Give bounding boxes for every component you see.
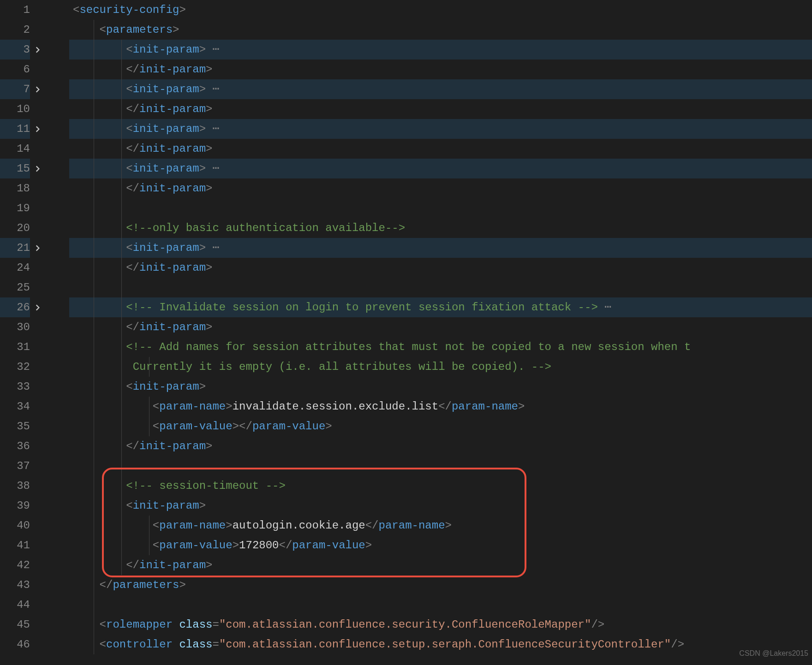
- fold-chevron-icon[interactable]: [31, 119, 44, 139]
- code-line[interactable]: <init-param> ⋯: [69, 40, 812, 59]
- gutter-row: 14: [0, 139, 30, 159]
- code-line[interactable]: <param-name>invalidate.session.exclude.l…: [69, 397, 812, 416]
- token-ellipsis: ⋯: [206, 83, 219, 95]
- code-line[interactable]: [69, 595, 812, 615]
- gutter-row: 24: [0, 258, 30, 278]
- token-punct: <: [153, 400, 159, 413]
- code-line[interactable]: <!-- Invalidate session on login to prev…: [69, 297, 812, 317]
- code-line[interactable]: <init-param>: [69, 377, 812, 397]
- token-text: [73, 400, 153, 413]
- code-line[interactable]: </init-param>: [69, 99, 812, 119]
- line-content: <param-value></param-value>: [73, 420, 332, 433]
- token-punct: >: [199, 43, 206, 56]
- gutter-row: 39: [0, 496, 30, 516]
- token-punct: =: [212, 638, 219, 651]
- token-punct: >: [206, 559, 212, 571]
- gutter-row: 30: [0, 317, 30, 337]
- token-text: invalidate.session.exclude.list: [233, 400, 438, 413]
- token-punct: ></: [233, 420, 252, 433]
- line-content: </init-param>: [73, 182, 212, 195]
- line-number: 43: [12, 575, 30, 595]
- line-number: 42: [12, 555, 30, 575]
- token-string: "com.atlassian.confluence.security.Confl…: [219, 618, 591, 631]
- code-editor[interactable]: 1236710111415181920212425263031323334353…: [0, 0, 812, 665]
- indent-guide: [121, 198, 122, 218]
- line-content: <param-name>autologin.cookie.age</param-…: [73, 519, 452, 532]
- token-comment: Currently it is empty (i.e. all attribut…: [133, 361, 551, 373]
- line-number: 39: [12, 496, 30, 516]
- gutter-row: 10: [0, 99, 30, 119]
- fold-chevron-icon[interactable]: [31, 159, 44, 178]
- code-line[interactable]: </init-param>: [69, 555, 812, 575]
- fold-chevron-icon[interactable]: [31, 40, 44, 59]
- gutter-row: 36: [0, 436, 30, 456]
- token-tag: init-param: [133, 43, 199, 56]
- code-line[interactable]: <init-param> ⋯: [69, 119, 812, 139]
- gutter-row: 25: [0, 278, 30, 297]
- code-line[interactable]: [69, 278, 812, 297]
- code-line[interactable]: <init-param> ⋯: [69, 238, 812, 258]
- code-line[interactable]: <init-param> ⋯: [69, 159, 812, 178]
- code-line[interactable]: <security-config>: [69, 0, 812, 20]
- token-tag: init-param: [139, 261, 206, 274]
- code-line[interactable]: Currently it is empty (i.e. all attribut…: [69, 357, 812, 377]
- code-line[interactable]: </init-param>: [69, 317, 812, 337]
- code-line[interactable]: <!--only basic authentication available-…: [69, 218, 812, 238]
- token-tag: param-value: [292, 539, 365, 552]
- token-text: [73, 43, 126, 56]
- indent-guide: [94, 456, 94, 476]
- line-number: 38: [12, 476, 30, 496]
- code-line[interactable]: <init-param> ⋯: [69, 79, 812, 99]
- code-line[interactable]: <rolemapper class="com.atlassian.conflue…: [69, 615, 812, 635]
- code-line[interactable]: [69, 198, 812, 218]
- token-tag: security-config: [79, 4, 179, 16]
- code-line[interactable]: <parameters>: [69, 20, 812, 40]
- line-number: 37: [12, 456, 30, 476]
- line-content: <init-param>: [73, 499, 206, 512]
- fold-chevron-icon[interactable]: [31, 238, 44, 258]
- gutter-row: 38: [0, 476, 30, 496]
- line-number: 6: [12, 59, 30, 79]
- token-punct: >: [179, 4, 185, 16]
- code-line[interactable]: [69, 456, 812, 476]
- code-line[interactable]: <param-value></param-value>: [69, 416, 812, 436]
- token-tag: controller: [106, 638, 179, 651]
- code-line[interactable]: <init-param>: [69, 496, 812, 516]
- fold-chevron-icon[interactable]: [31, 79, 44, 99]
- token-punct: >: [226, 519, 232, 532]
- line-number: 46: [12, 635, 30, 654]
- line-number: 15: [12, 159, 30, 178]
- gutter-row: 35: [0, 416, 30, 436]
- token-tag: param-name: [159, 519, 226, 532]
- fold-chevron-icon[interactable]: [31, 297, 44, 317]
- code-line[interactable]: <param-name>autologin.cookie.age</param-…: [69, 516, 812, 535]
- line-number: 3: [12, 40, 30, 59]
- token-text: [73, 499, 126, 512]
- gutter-row: 34: [0, 397, 30, 416]
- token-comment: <!-- session-timeout -->: [126, 480, 286, 492]
- code-line[interactable]: </init-param>: [69, 436, 812, 456]
- token-punct: >: [226, 400, 232, 413]
- code-line[interactable]: </init-param>: [69, 258, 812, 278]
- code-line[interactable]: <controller class="com.atlassian.conflue…: [69, 635, 812, 654]
- line-content: <rolemapper class="com.atlassian.conflue…: [73, 618, 604, 631]
- token-text: 172800: [239, 539, 279, 552]
- code-line[interactable]: <!-- Add names for session attributes th…: [69, 337, 812, 357]
- token-ellipsis: ⋯: [206, 162, 219, 175]
- code-line[interactable]: </init-param>: [69, 139, 812, 159]
- token-tag: param-value: [252, 420, 325, 433]
- token-text: [73, 242, 126, 254]
- token-tag: init-param: [139, 559, 206, 571]
- line-number: 19: [12, 198, 30, 218]
- code-line[interactable]: </parameters>: [69, 575, 812, 595]
- token-punct: <: [126, 380, 132, 393]
- token-text: [73, 480, 126, 492]
- code-line[interactable]: </init-param>: [69, 59, 812, 79]
- code-area[interactable]: <security-config> <parameters> <init-par…: [48, 0, 812, 665]
- indent-guide: [121, 278, 122, 297]
- token-text: [73, 579, 100, 591]
- line-content: <init-param> ⋯: [73, 83, 219, 95]
- code-line[interactable]: </init-param>: [69, 178, 812, 198]
- code-line[interactable]: <!-- session-timeout -->: [69, 476, 812, 496]
- code-line[interactable]: <param-value>172800</param-value>: [69, 535, 812, 555]
